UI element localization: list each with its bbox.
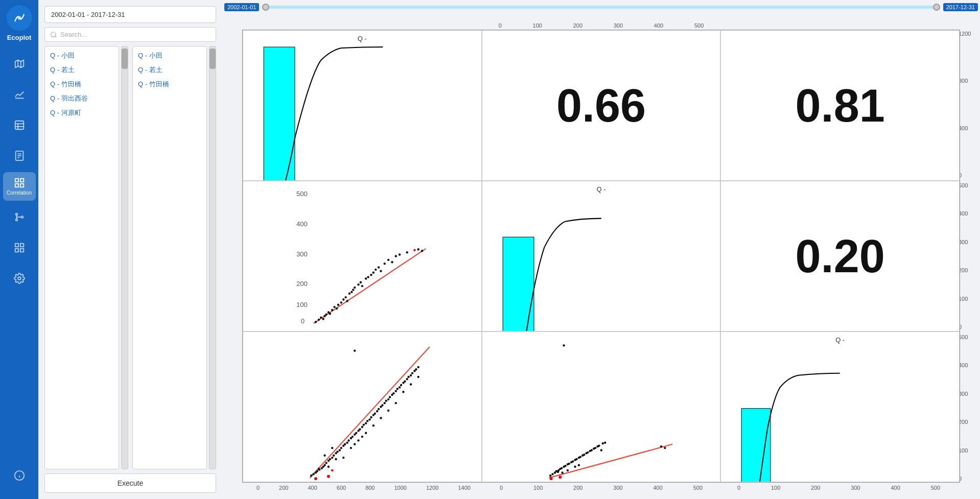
svg-point-198 [583,454,585,456]
right-list-item[interactable]: Q - 小田 [133,49,206,63]
sidebar-item-table[interactable] [3,111,36,139]
svg-point-114 [339,449,341,451]
sidebar-item-calc[interactable] [3,141,36,170]
svg-point-77 [367,276,369,278]
svg-rect-14 [20,179,23,182]
svg-point-64 [337,304,339,306]
right-list-scrollbar[interactable] [209,46,216,469]
list-item[interactable]: Q - 河原町 [45,106,119,120]
svg-point-145 [396,388,398,390]
svg-rect-24 [20,249,23,252]
svg-rect-13 [15,179,18,182]
svg-point-80 [375,269,377,271]
svg-point-152 [410,374,412,376]
svg-point-158 [331,447,333,449]
search-icon [50,31,57,38]
svg-rect-23 [15,249,18,252]
cell-0-2: 0.81 [720,30,960,181]
sidebar-item-branch[interactable] [3,203,36,231]
svg-point-55 [320,316,322,318]
svg-point-133 [374,412,376,414]
histogram-svg-0-0 [259,45,466,181]
svg-point-100 [312,473,314,475]
top-axis: 0 100 200 300 400 500 [245,15,958,29]
histogram-svg-1-1 [498,196,705,331]
date-range-display: 2002-01-01 - 2017-12-31 [44,6,216,23]
search-box[interactable]: Search... [44,27,216,42]
search-placeholder: Search... [60,31,87,38]
svg-point-118 [346,442,348,444]
correlation-value-1-2: 0.20 [796,233,885,279]
cell-2-2: Q - [720,331,960,482]
slider-right-handle[interactable] [933,4,940,11]
list-item[interactable]: Q - 羽出西谷 [45,91,119,106]
right-list[interactable]: Q - 小田 Q - 若土 Q - 竹田橋 [132,46,207,469]
svg-point-63 [336,307,338,310]
svg-point-202 [590,449,592,451]
svg-text:0: 0 [301,317,305,325]
svg-point-149 [404,380,406,382]
right-list-item[interactable]: Q - 若土 [133,63,206,77]
svg-point-91 [421,250,423,252]
svg-point-84 [387,259,389,261]
svg-point-131 [370,416,372,418]
svg-point-190 [568,463,570,465]
cell-1-2: 0.20 [720,181,960,331]
sidebar-item-map[interactable] [3,50,36,78]
svg-point-175 [314,477,317,480]
sidebar-item-settings[interactable] [3,264,36,293]
list-item[interactable]: Q - 小田 [45,49,119,63]
right-list-item[interactable]: Q - 竹田橋 [133,77,206,91]
sidebar-item-info[interactable] [3,461,36,490]
svg-text:200: 200 [296,280,308,288]
svg-line-98 [310,347,429,478]
chart-area: 0 100 200 300 400 500 1200 800 400 0 500… [224,15,978,497]
svg-point-160 [354,443,356,445]
sidebar-item-correlation[interactable]: Correlation [3,172,36,201]
svg-point-72 [354,287,356,289]
svg-point-206 [598,444,600,446]
scatter-svg-2-1 [482,332,720,482]
svg-point-174 [417,376,419,378]
svg-point-165 [350,447,352,449]
svg-point-90 [417,248,419,250]
svg-point-140 [387,398,389,400]
svg-point-69 [348,293,351,295]
sidebar-item-grid[interactable] [3,233,36,262]
bottom-axis: 0 200 400 600 800 1000 1200 1400 0 100 2… [245,484,958,497]
svg-point-213 [561,471,563,473]
sidebar-item-chart[interactable] [3,80,36,109]
svg-point-119 [347,439,349,441]
svg-point-79 [372,272,375,274]
list-item[interactable]: Q - 竹田橋 [45,77,119,91]
svg-rect-15 [15,184,18,187]
list-item[interactable]: Q - 若土 [45,63,119,77]
svg-point-74 [360,281,362,283]
cell-label-0-0: Q - [358,35,367,42]
slider-track[interactable] [262,6,940,9]
svg-point-147 [400,384,402,386]
correlation-grid: Q - [242,30,960,483]
svg-point-19 [21,216,23,218]
svg-point-88 [406,251,408,253]
svg-point-157 [323,455,325,457]
svg-point-75 [361,285,363,287]
cell-0-0: Q - [243,30,482,181]
svg-point-54 [318,319,320,321]
svg-point-212 [577,464,579,466]
left-list[interactable]: Q - 小田 Q - 若土 Q - 竹田橋 Q - 羽出西谷 Q - 河原町 [44,46,119,469]
slider-left-handle[interactable] [262,4,269,11]
svg-point-164 [335,458,337,460]
timeline-slider[interactable]: 2002-01-01 2017-12-31 [222,0,980,14]
svg-line-52 [314,249,426,323]
svg-text:500: 500 [296,190,308,198]
execute-button[interactable]: Execute [44,473,216,493]
svg-point-215 [549,477,552,480]
left-list-scrollbar[interactable] [121,46,128,469]
svg-point-208 [601,442,603,444]
cell-2-0 [243,331,482,482]
svg-point-68 [346,300,348,302]
list-container: Q - 小田 Q - 若土 Q - 竹田橋 Q - 羽出西谷 Q - 河原町 Q… [44,46,216,469]
svg-point-194 [575,458,577,460]
svg-line-179 [549,444,672,478]
